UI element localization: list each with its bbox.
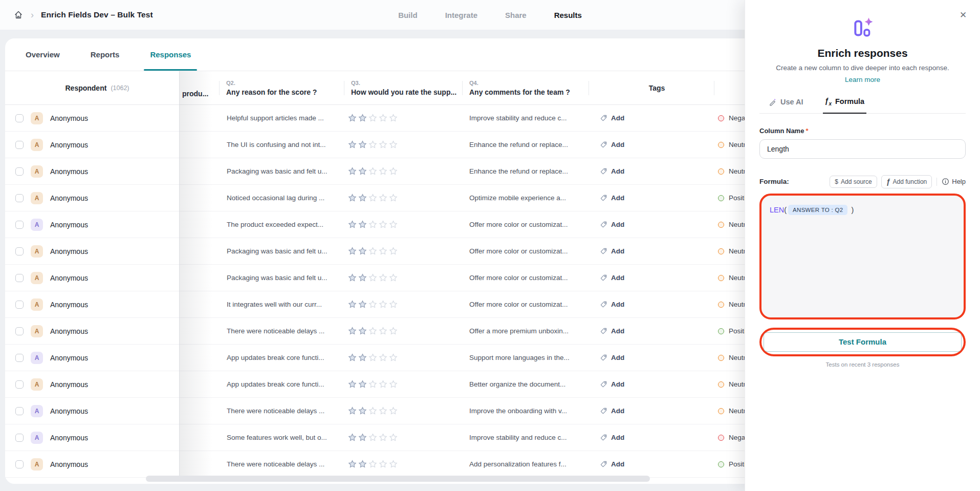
q2-answer: Noticed occasional lag during ... — [219, 194, 344, 202]
add-tag-button[interactable]: Add — [589, 380, 714, 388]
avatar: A — [31, 139, 43, 151]
respondent-name: Anonymous — [50, 407, 88, 415]
annotation-highlight: Test Formula — [759, 328, 966, 356]
add-tag-button[interactable]: Add — [589, 194, 714, 202]
star-icon — [368, 433, 377, 442]
star-icon — [358, 433, 367, 442]
horizontal-scrollbar[interactable] — [146, 476, 650, 482]
row-checkbox[interactable] — [15, 247, 24, 255]
row-checkbox[interactable] — [15, 194, 24, 202]
row-checkbox[interactable] — [15, 141, 24, 149]
add-tag-label: Add — [611, 247, 624, 255]
star-icon — [389, 247, 398, 255]
q2-answer: It integrates well with our curr... — [219, 301, 344, 308]
tab-use-ai[interactable]: Use AI — [767, 97, 805, 114]
respondent-name: Anonymous — [50, 460, 88, 468]
function-icon: ƒ — [886, 178, 890, 186]
star-icon — [348, 407, 357, 415]
add-tag-button[interactable]: Add — [589, 167, 714, 175]
star-icon — [368, 140, 377, 149]
tag-icon — [600, 274, 607, 282]
avatar: A — [31, 378, 43, 391]
q3-star-rating — [344, 327, 462, 335]
q3-star-rating — [344, 114, 462, 122]
add-tag-button[interactable]: Add — [589, 434, 714, 441]
star-icon — [368, 273, 377, 282]
tag-icon — [600, 167, 607, 175]
add-source-button[interactable]: $ Add source — [830, 176, 877, 188]
add-tag-button[interactable]: Add — [589, 221, 714, 228]
tab-responses[interactable]: Responses — [144, 38, 197, 71]
sentiment-dot — [718, 408, 724, 414]
panel-subtitle: Create a new column to dive deeper into … — [759, 64, 966, 72]
row-checkbox[interactable] — [15, 407, 24, 415]
add-tag-button[interactable]: Add — [589, 247, 714, 255]
column-name-input[interactable] — [759, 139, 966, 159]
star-icon — [389, 167, 398, 176]
formula-editor-annotated[interactable]: LEN ( ANSWER TO : Q2 ) — [759, 194, 966, 319]
respondent-name: Anonymous — [50, 167, 88, 176]
row-checkbox[interactable] — [15, 460, 24, 468]
learn-more-link[interactable]: Learn more — [759, 76, 966, 83]
add-tag-label: Add — [611, 221, 624, 228]
star-icon — [358, 194, 367, 202]
page-title: Enrich Fields Dev – Bulk Test — [41, 10, 153, 19]
tag-icon — [600, 354, 607, 361]
respondent-column-header[interactable]: Respondent (1062) — [5, 71, 179, 104]
nav-results[interactable]: Results — [554, 11, 582, 19]
add-tag-button[interactable]: Add — [589, 114, 714, 122]
q3-star-rating — [344, 460, 462, 468]
truncated-column-header[interactable]: produ... — [179, 71, 219, 104]
q2-column-header[interactable]: Q2. Any reason for the score ? — [219, 71, 344, 104]
row-checkbox[interactable] — [15, 434, 24, 442]
row-checkbox[interactable] — [15, 354, 24, 362]
add-tag-button[interactable]: Add — [589, 460, 714, 468]
nav-integrate[interactable]: Integrate — [445, 11, 477, 19]
star-icon — [358, 380, 367, 389]
tab-overview[interactable]: Overview — [19, 38, 66, 71]
answer-source-chip[interactable]: ANSWER TO : Q2 — [788, 205, 847, 215]
q2-answer: Packaging was basic and felt u... — [219, 167, 344, 175]
add-tag-button[interactable]: Add — [589, 327, 714, 335]
star-icon — [389, 380, 398, 389]
tab-formula[interactable]: ƒx Formula — [823, 97, 867, 114]
row-checkbox[interactable] — [15, 167, 24, 176]
tab-reports[interactable]: Reports — [84, 38, 126, 71]
q4-column-header[interactable]: Q4. Any comments for the team ? — [462, 71, 589, 104]
nav-build[interactable]: Build — [398, 11, 418, 19]
q3-column-header[interactable]: Q3. How would you rate the supp... — [344, 71, 462, 104]
add-tag-button[interactable]: Add — [589, 141, 714, 148]
star-icon — [368, 460, 377, 468]
tag-icon — [600, 380, 607, 388]
close-icon[interactable]: ✕ — [957, 9, 969, 20]
row-checkbox[interactable] — [15, 221, 24, 229]
star-icon — [348, 353, 357, 362]
add-tag-button[interactable]: Add — [589, 301, 714, 308]
sentiment-dot — [718, 328, 724, 334]
tags-column-header[interactable]: Tags — [589, 71, 714, 104]
row-checkbox[interactable] — [15, 274, 24, 282]
panel-tabs: Use AI ƒx Formula — [759, 97, 966, 114]
test-formula-button[interactable]: Test Formula — [764, 332, 962, 352]
q2-answer: The UI is confusing and not int... — [219, 141, 344, 148]
row-checkbox[interactable] — [15, 114, 24, 122]
add-tag-button[interactable]: Add — [589, 354, 714, 361]
star-icon — [358, 407, 367, 415]
nav-share[interactable]: Share — [505, 11, 527, 19]
row-checkbox[interactable] — [15, 327, 24, 335]
star-icon — [368, 380, 377, 389]
home-icon[interactable] — [13, 10, 24, 20]
respondent-name: Anonymous — [50, 354, 88, 362]
row-checkbox[interactable] — [15, 380, 24, 389]
respondent-name: Anonymous — [50, 194, 88, 202]
add-function-button[interactable]: ƒ Add function — [881, 175, 932, 188]
star-icon — [348, 380, 357, 389]
star-icon — [348, 220, 357, 229]
required-mark: * — [805, 127, 808, 135]
formula-label: Formula: — [759, 178, 789, 185]
add-tag-button[interactable]: Add — [589, 407, 714, 415]
help-button[interactable]: Help — [942, 178, 966, 185]
q4-answer: Improve stability and reduce c... — [462, 114, 589, 122]
row-checkbox[interactable] — [15, 301, 24, 309]
add-tag-button[interactable]: Add — [589, 274, 714, 282]
